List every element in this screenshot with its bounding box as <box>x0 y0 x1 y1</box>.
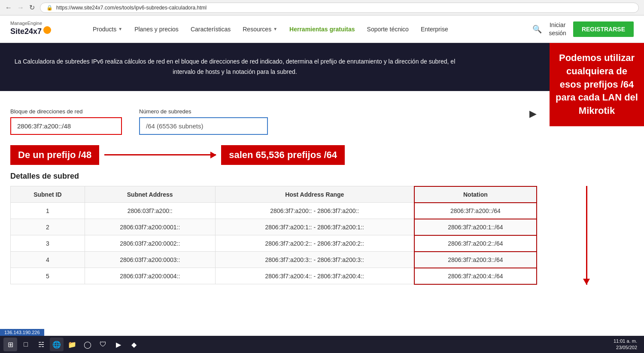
hero-text: La Calculadora de subredes IPv6 realiza … <box>10 57 459 77</box>
nav-enterprise[interactable]: Enterprise <box>421 26 448 33</box>
cell-notation: 2806:3f7:a200:1::/64 <box>414 219 537 235</box>
table-row: 3 2806:03f7:a200:0002:: 2806:3f7:a200:2:… <box>11 235 537 252</box>
nav-links: Products ▼ Planes y precios Característi… <box>93 26 532 33</box>
cell-notation: 2806:3f7:a200:3::/64 <box>414 252 537 268</box>
arrow-indicator <box>104 154 216 155</box>
form-row: Bloque de direcciones de red Número de s… <box>10 108 634 135</box>
navbar: ManageEngine Site24x7 Products ▼ Planes … <box>0 15 644 43</box>
logo-icon <box>43 26 51 34</box>
logo-bottom-text: Site24x7 <box>10 27 42 37</box>
right-annotation-box: Podemos utilizar cualquiera de esos pref… <box>550 43 644 126</box>
network-block-input[interactable] <box>10 117 122 135</box>
nav-planes[interactable]: Planes y precios <box>134 26 179 33</box>
notation-arrowhead <box>583 279 590 285</box>
network-block-label: Bloque de direcciones de red <box>10 108 122 115</box>
table-row: 5 2806:03f7:a200:0004:: 2806:3f7:a200:4:… <box>11 268 537 284</box>
col-header-host-range: Host Address Range <box>215 186 414 203</box>
table-row: 4 2806:03f7:a200:0003:: 2806:3f7:a200:3:… <box>11 252 537 268</box>
nav-soporte[interactable]: Soporte técnico <box>367 26 409 33</box>
cell-host-range: 2806:3f7:a200:3:: - 2806:3f7:a200:3:: <box>215 252 414 268</box>
nav-actions: 🔍 Iniciarsesión REGISTRARSE <box>532 21 634 37</box>
cell-host-range: 2806:3f7:a200:2:: - 2806:3f7:a200:2:: <box>215 235 414 252</box>
nav-products[interactable]: Products ▼ <box>93 26 122 33</box>
forward-btn[interactable]: → <box>17 4 24 12</box>
back-btn[interactable]: ← <box>5 4 12 12</box>
prefix-annotation-label: De un prefijo /48 <box>10 145 99 165</box>
nav-resources[interactable]: Resources ▼ <box>243 26 277 33</box>
table-wrapper[interactable]: Subnet ID Subnet Address Host Address Ra… <box>10 186 634 285</box>
network-block-group: Bloque de direcciones de red <box>10 108 122 135</box>
cell-subnet-address: 2806:03f7:a200:0001:: <box>85 219 215 235</box>
prefix-result-label: salen 65,536 prefijos /64 <box>221 145 345 165</box>
logo-top-text: ManageEngine <box>10 21 51 26</box>
cell-notation: 2806:3f7:a200::/64 <box>414 203 537 219</box>
cell-subnet-address: 2806:03f7:a200:: <box>85 203 215 219</box>
iniciar-sesion-button[interactable]: Iniciarsesión <box>549 21 566 37</box>
cell-notation: 2806:3f7:a200:4::/64 <box>414 268 537 284</box>
annotation-row: De un prefijo /48 salen 65,536 prefijos … <box>10 145 634 165</box>
nav-herramientas[interactable]: Herramientas gratuitas <box>289 26 355 33</box>
reload-btn[interactable]: ↻ <box>29 3 35 12</box>
subnets-input[interactable] <box>139 117 268 135</box>
subnets-label: Número de subredes <box>139 108 268 115</box>
cell-id: 4 <box>11 252 85 268</box>
hero-banner: La Calculadora de subredes IPv6 realiza … <box>0 43 644 91</box>
subnets-group: Número de subredes <box>139 108 268 135</box>
search-button[interactable]: 🔍 <box>532 24 542 34</box>
col-header-notation: Notation <box>414 186 537 203</box>
cell-notation: 2806:3f7:a200:2::/64 <box>414 235 537 252</box>
table-row: 2 2806:03f7:a200:0001:: 2806:3f7:a200:1:… <box>11 219 537 235</box>
cell-host-range: 2806:3f7:a200:1:: - 2806:3f7:a200:1:: <box>215 219 414 235</box>
section-title: Detalles de subred <box>10 172 634 181</box>
main-content: ▶ Bloque de direcciones de red Número de… <box>0 91 644 285</box>
cell-id: 3 <box>11 235 85 252</box>
notation-arrow-line <box>586 186 587 285</box>
arrow-line <box>104 154 216 155</box>
nav-caracteristicas[interactable]: Características <box>191 26 231 33</box>
cell-host-range: 2806:3f7:a200:4:: - 2806:3f7:a200:4:: <box>215 268 414 284</box>
table-header-row: Subnet ID Subnet Address Host Address Ra… <box>11 186 537 203</box>
subnet-table: Subnet ID Subnet Address Host Address Ra… <box>10 186 537 285</box>
cell-id: 2 <box>11 219 85 235</box>
url-bar[interactable]: https://www.site24x7.com/es/tools/ipv6-s… <box>56 5 207 11</box>
logo: ManageEngine Site24x7 <box>10 21 79 37</box>
chevron-down-icon-2: ▼ <box>273 27 277 31</box>
cell-subnet-address: 2806:03f7:a200:0004:: <box>85 268 215 284</box>
cell-id: 1 <box>11 203 85 219</box>
col-header-subnet-id: Subnet ID <box>11 186 85 203</box>
registrarse-button[interactable]: REGISTRARSE <box>573 21 634 37</box>
cell-subnet-address: 2806:03f7:a200:0003:: <box>85 252 215 268</box>
cell-id: 5 <box>11 268 85 284</box>
cell-subnet-address: 2806:03f7:a200:0002:: <box>85 235 215 252</box>
col-header-subnet-address: Subnet Address <box>85 186 215 203</box>
cell-host-range: 2806:3f7:a200:: - 2806:3f7:a200:: <box>215 203 414 219</box>
chevron-down-icon: ▼ <box>118 27 122 31</box>
table-row: 1 2806:03f7:a200:: 2806:3f7:a200:: - 280… <box>11 203 537 219</box>
